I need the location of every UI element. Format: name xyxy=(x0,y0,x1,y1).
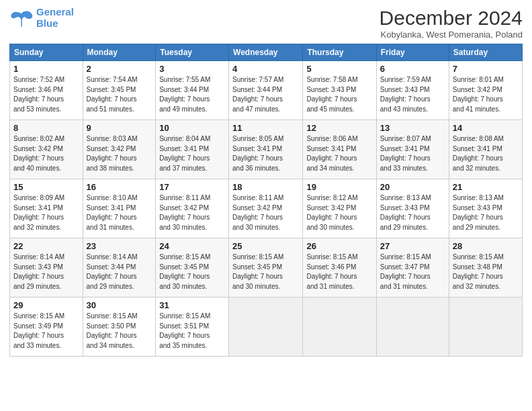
day-number: 22 xyxy=(13,241,79,251)
calendar-week-5: 29Sunrise: 8:15 AMSunset: 3:49 PMDayligh… xyxy=(10,298,523,357)
calendar-cell: 25Sunrise: 8:15 AMSunset: 3:45 PMDayligh… xyxy=(229,238,303,298)
day-number: 21 xyxy=(453,182,519,192)
day-info: Sunrise: 8:11 AMSunset: 3:42 PMDaylight:… xyxy=(232,193,299,232)
calendar-cell: 10Sunrise: 8:04 AMSunset: 3:41 PMDayligh… xyxy=(156,120,229,179)
calendar-week-1: 1Sunrise: 7:52 AMSunset: 3:46 PMDaylight… xyxy=(10,61,523,120)
day-info: Sunrise: 8:15 AMSunset: 3:46 PMDaylight:… xyxy=(306,253,372,291)
calendar-week-3: 15Sunrise: 8:09 AMSunset: 3:41 PMDayligh… xyxy=(10,179,523,238)
day-number: 14 xyxy=(453,123,519,133)
day-info: Sunrise: 8:15 AMSunset: 3:49 PMDaylight:… xyxy=(13,312,79,351)
calendar-cell: 30Sunrise: 8:15 AMSunset: 3:50 PMDayligh… xyxy=(83,298,156,357)
day-number: 26 xyxy=(306,241,372,251)
day-number: 8 xyxy=(13,123,79,133)
day-header-wednesday: Wednesday xyxy=(229,44,303,61)
day-number: 17 xyxy=(159,182,225,192)
day-number: 12 xyxy=(306,123,372,133)
calendar-cell: 12Sunrise: 8:06 AMSunset: 3:41 PMDayligh… xyxy=(303,120,376,179)
day-info: Sunrise: 8:07 AMSunset: 3:41 PMDaylight:… xyxy=(380,134,445,173)
calendar-cell: 6Sunrise: 7:59 AMSunset: 3:43 PMDaylight… xyxy=(376,61,449,120)
subtitle: Kobylanka, West Pomerania, Poland xyxy=(380,30,523,40)
day-info: Sunrise: 8:15 AMSunset: 3:45 PMDaylight:… xyxy=(232,253,299,291)
day-header-tuesday: Tuesday xyxy=(156,44,229,61)
calendar-cell: 14Sunrise: 8:08 AMSunset: 3:41 PMDayligh… xyxy=(449,120,522,179)
calendar-cell: 5Sunrise: 7:58 AMSunset: 3:43 PMDaylight… xyxy=(303,61,376,120)
title-block: December 2024 Kobylanka, West Pomerania,… xyxy=(380,7,523,40)
day-number: 20 xyxy=(380,182,445,192)
day-info: Sunrise: 8:11 AMSunset: 3:42 PMDaylight:… xyxy=(159,193,225,232)
day-number: 30 xyxy=(87,300,152,310)
day-info: Sunrise: 8:14 AMSunset: 3:43 PMDaylight:… xyxy=(13,253,79,291)
day-info: Sunrise: 8:10 AMSunset: 3:41 PMDaylight:… xyxy=(87,193,152,232)
day-info: Sunrise: 8:15 AMSunset: 3:45 PMDaylight:… xyxy=(159,253,225,291)
calendar-cell: 3Sunrise: 7:55 AMSunset: 3:44 PMDaylight… xyxy=(156,61,229,120)
calendar-cell xyxy=(376,298,449,357)
day-header-monday: Monday xyxy=(83,44,156,61)
day-info: Sunrise: 7:54 AMSunset: 3:45 PMDaylight:… xyxy=(87,75,152,114)
calendar-cell: 9Sunrise: 8:03 AMSunset: 3:42 PMDaylight… xyxy=(83,120,156,179)
day-info: Sunrise: 8:09 AMSunset: 3:41 PMDaylight:… xyxy=(13,193,79,232)
day-number: 13 xyxy=(380,123,445,133)
calendar-cell: 19Sunrise: 8:12 AMSunset: 3:42 PMDayligh… xyxy=(303,179,376,238)
calendar-cell: 24Sunrise: 8:15 AMSunset: 3:45 PMDayligh… xyxy=(156,238,229,298)
day-number: 23 xyxy=(87,241,152,251)
calendar-cell: 2Sunrise: 7:54 AMSunset: 3:45 PMDaylight… xyxy=(83,61,156,120)
day-info: Sunrise: 7:55 AMSunset: 3:44 PMDaylight:… xyxy=(159,75,225,114)
day-info: Sunrise: 7:58 AMSunset: 3:43 PMDaylight:… xyxy=(306,75,372,114)
day-number: 7 xyxy=(453,64,519,74)
day-number: 27 xyxy=(380,241,445,251)
day-number: 1 xyxy=(13,64,79,74)
day-number: 6 xyxy=(380,64,445,74)
day-number: 5 xyxy=(306,64,372,74)
day-number: 25 xyxy=(232,241,299,251)
calendar-cell: 11Sunrise: 8:05 AMSunset: 3:41 PMDayligh… xyxy=(229,120,303,179)
day-number: 28 xyxy=(453,241,519,251)
page-container: General Blue December 2024 Kobylanka, We… xyxy=(0,0,532,361)
calendar-cell: 4Sunrise: 7:57 AMSunset: 3:44 PMDaylight… xyxy=(229,61,303,120)
calendar-cell: 1Sunrise: 7:52 AMSunset: 3:46 PMDaylight… xyxy=(10,61,83,120)
calendar-cell: 22Sunrise: 8:14 AMSunset: 3:43 PMDayligh… xyxy=(10,238,83,298)
day-number: 19 xyxy=(306,182,372,192)
day-info: Sunrise: 8:04 AMSunset: 3:41 PMDaylight:… xyxy=(159,134,225,173)
day-info: Sunrise: 8:06 AMSunset: 3:41 PMDaylight:… xyxy=(306,134,372,173)
logo: General Blue xyxy=(9,7,74,29)
day-number: 11 xyxy=(232,123,299,133)
calendar-week-2: 8Sunrise: 8:02 AMSunset: 3:42 PMDaylight… xyxy=(10,120,523,179)
day-info: Sunrise: 8:03 AMSunset: 3:42 PMDaylight:… xyxy=(87,134,152,173)
header: General Blue December 2024 Kobylanka, We… xyxy=(9,7,523,40)
day-number: 24 xyxy=(159,241,225,251)
calendar-cell: 17Sunrise: 8:11 AMSunset: 3:42 PMDayligh… xyxy=(156,179,229,238)
calendar-header-row: SundayMondayTuesdayWednesdayThursdayFrid… xyxy=(10,44,523,61)
calendar-table: SundayMondayTuesdayWednesdayThursdayFrid… xyxy=(9,44,523,357)
calendar-cell: 21Sunrise: 8:13 AMSunset: 3:43 PMDayligh… xyxy=(449,179,522,238)
calendar-cell: 23Sunrise: 8:14 AMSunset: 3:44 PMDayligh… xyxy=(83,238,156,298)
day-info: Sunrise: 8:08 AMSunset: 3:41 PMDaylight:… xyxy=(453,134,519,173)
day-header-thursday: Thursday xyxy=(303,44,376,61)
day-header-sunday: Sunday xyxy=(10,44,83,61)
day-info: Sunrise: 7:52 AMSunset: 3:46 PMDaylight:… xyxy=(13,75,79,114)
logo-text: General Blue xyxy=(36,7,74,29)
day-number: 29 xyxy=(13,300,79,310)
calendar-cell: 16Sunrise: 8:10 AMSunset: 3:41 PMDayligh… xyxy=(83,179,156,238)
day-info: Sunrise: 8:05 AMSunset: 3:41 PMDaylight:… xyxy=(232,134,299,173)
calendar-cell: 26Sunrise: 8:15 AMSunset: 3:46 PMDayligh… xyxy=(303,238,376,298)
calendar-cell: 29Sunrise: 8:15 AMSunset: 3:49 PMDayligh… xyxy=(10,298,83,357)
day-number: 16 xyxy=(87,182,152,192)
day-number: 10 xyxy=(159,123,225,133)
day-number: 2 xyxy=(87,64,152,74)
logo-icon xyxy=(9,8,34,28)
day-header-saturday: Saturday xyxy=(449,44,522,61)
day-info: Sunrise: 8:15 AMSunset: 3:47 PMDaylight:… xyxy=(380,253,445,291)
calendar-week-4: 22Sunrise: 8:14 AMSunset: 3:43 PMDayligh… xyxy=(10,238,523,298)
calendar-cell: 28Sunrise: 8:15 AMSunset: 3:48 PMDayligh… xyxy=(449,238,522,298)
calendar-cell: 27Sunrise: 8:15 AMSunset: 3:47 PMDayligh… xyxy=(376,238,449,298)
day-info: Sunrise: 8:13 AMSunset: 3:43 PMDaylight:… xyxy=(380,193,445,232)
day-info: Sunrise: 8:02 AMSunset: 3:42 PMDaylight:… xyxy=(13,134,79,173)
calendar-cell: 20Sunrise: 8:13 AMSunset: 3:43 PMDayligh… xyxy=(376,179,449,238)
day-info: Sunrise: 8:15 AMSunset: 3:51 PMDaylight:… xyxy=(159,312,225,351)
day-info: Sunrise: 7:59 AMSunset: 3:43 PMDaylight:… xyxy=(380,75,445,114)
day-info: Sunrise: 8:14 AMSunset: 3:44 PMDaylight:… xyxy=(87,253,152,291)
day-info: Sunrise: 8:12 AMSunset: 3:42 PMDaylight:… xyxy=(306,193,372,232)
day-number: 3 xyxy=(159,64,225,74)
day-info: Sunrise: 7:57 AMSunset: 3:44 PMDaylight:… xyxy=(232,75,299,114)
calendar-cell xyxy=(229,298,303,357)
